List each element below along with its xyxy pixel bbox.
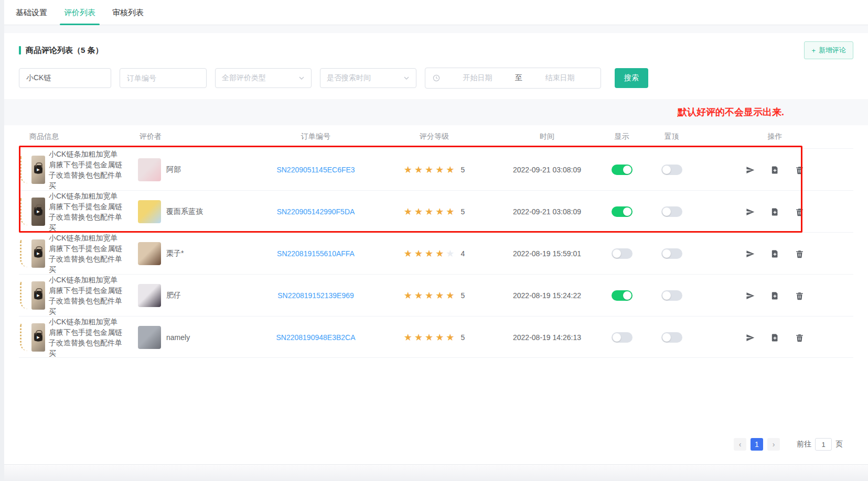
rating-cell: ★★★★★ 5 [371, 164, 497, 176]
pagination: ‹ 1 › 前往 页 [19, 434, 853, 464]
avatar [138, 326, 161, 349]
file-add-icon[interactable] [770, 333, 779, 342]
show-toggle[interactable] [612, 248, 633, 259]
file-add-icon[interactable] [770, 166, 779, 174]
filter-bar: 全部评价类型 是否搜索时间 开始日期 至 结束日期 搜索 [19, 68, 853, 89]
star-icon[interactable]: ★ [435, 165, 446, 175]
star-icon[interactable]: ★ [414, 332, 425, 343]
show-toggle[interactable] [612, 332, 633, 343]
order-number-link[interactable]: SN2209051145EC6FE3 [276, 166, 355, 174]
product-thumbnail: ▶ [31, 156, 45, 184]
star-icon[interactable]: ★ [404, 165, 414, 175]
prev-page-button[interactable]: ‹ [734, 438, 746, 451]
date-separator: 至 [515, 73, 522, 83]
page-1-button[interactable]: 1 [751, 438, 763, 451]
rating-number: 5 [460, 333, 465, 342]
top-toggle[interactable] [661, 290, 682, 301]
top-toggle[interactable] [661, 206, 682, 217]
tab-basic-settings[interactable]: 基础设置 [7, 2, 56, 25]
star-icon[interactable]: ★ [414, 206, 425, 217]
chevron-down-icon [403, 75, 410, 81]
star-icon[interactable]: ★ [425, 206, 435, 217]
table-row: ▶ 小CK链条加粗加宽单肩腋下包手提包金属链子改造替换包包配件单买 覆面系蓝孩 … [19, 190, 853, 232]
time-search-select[interactable]: 是否搜索时间 [320, 68, 416, 88]
star-icon[interactable]: ★ [404, 206, 414, 217]
star-icon[interactable]: ★ [446, 332, 456, 343]
star-icon[interactable]: ★ [435, 248, 446, 259]
col-header-time: 时间 [497, 132, 597, 141]
show-toggle[interactable] [612, 290, 633, 301]
send-icon[interactable] [746, 249, 755, 258]
search-button[interactable]: 搜索 [615, 68, 648, 88]
star-icon[interactable]: ★ [446, 206, 456, 217]
goto-page-input[interactable] [815, 438, 832, 451]
star-icon[interactable]: ★ [404, 332, 414, 343]
review-type-select[interactable]: 全部评价类型 [215, 68, 312, 88]
trash-icon[interactable] [795, 207, 804, 216]
review-table: 商品信息 评价者 订单编号 评分等级 时间 显示 置顶 操作 ▶ [4, 125, 868, 464]
star-rating: ★★★★★ [404, 248, 457, 259]
order-no-input[interactable] [120, 68, 207, 88]
top-toggle[interactable] [661, 332, 682, 343]
star-icon[interactable]: ★ [435, 206, 446, 217]
col-header-reviewer: 评价者 [129, 132, 260, 141]
footer-strip [4, 464, 868, 481]
star-icon[interactable]: ★ [425, 248, 435, 259]
product-title: 小CK链条加粗加宽单肩腋下包手提包金属链子改造替换包包配件单买 [49, 316, 125, 358]
trash-icon[interactable] [795, 249, 804, 258]
file-add-icon[interactable] [770, 291, 779, 300]
time-cell: 2022-09-21 03:08:09 [497, 166, 597, 174]
trash-icon[interactable] [795, 166, 804, 174]
star-icon[interactable]: ★ [414, 290, 425, 301]
table-row: ▶ 小CK链条加粗加宽单肩腋下包手提包金属链子改造替换包包配件单买 阿部 SN2… [19, 148, 853, 190]
send-icon[interactable] [746, 291, 755, 300]
product-thumbnail: ▶ [31, 281, 45, 310]
star-icon[interactable]: ★ [446, 248, 456, 259]
top-toggle[interactable] [661, 165, 682, 175]
rating-number: 5 [460, 166, 465, 174]
star-icon[interactable]: ★ [404, 248, 414, 259]
play-icon: ▶ [34, 333, 42, 342]
avatar [138, 158, 161, 181]
chevron-down-icon [298, 75, 305, 81]
order-number-link[interactable]: SN220905142990F5DA [277, 207, 355, 216]
send-icon[interactable] [746, 166, 755, 174]
chain-product-image [20, 282, 28, 309]
top-toggle[interactable] [661, 248, 682, 259]
star-rating: ★★★★★ [404, 290, 457, 301]
page-unit-label: 页 [835, 440, 843, 449]
order-number-link[interactable]: SN2208190948E3B2CA [276, 333, 355, 342]
col-header-product: 商品信息 [19, 132, 129, 141]
order-number-link[interactable]: SN220819155610AFFA [277, 249, 355, 258]
top-tabbar: 基础设置 评价列表 审核列表 [4, 0, 868, 25]
file-add-icon[interactable] [770, 249, 779, 258]
star-icon[interactable]: ★ [425, 165, 435, 175]
trash-icon[interactable] [795, 291, 804, 300]
next-page-button[interactable]: › [767, 438, 780, 451]
order-number-link[interactable]: SN220819152139E969 [277, 291, 354, 300]
star-icon[interactable]: ★ [435, 332, 446, 343]
star-icon[interactable]: ★ [425, 332, 435, 343]
show-toggle[interactable] [612, 206, 633, 217]
send-icon[interactable] [746, 207, 755, 216]
star-icon[interactable]: ★ [446, 165, 456, 175]
show-toggle[interactable] [612, 165, 633, 175]
section-title-text: 商品评论列表（5 条） [26, 46, 103, 56]
star-icon[interactable]: ★ [404, 290, 414, 301]
star-icon[interactable]: ★ [425, 290, 435, 301]
tab-audit-list[interactable]: 审核列表 [104, 2, 152, 25]
send-icon[interactable] [746, 333, 755, 342]
add-review-button[interactable]: + 新增评论 [804, 41, 853, 59]
file-add-icon[interactable] [770, 207, 779, 216]
trash-icon[interactable] [795, 333, 804, 342]
star-icon[interactable]: ★ [414, 165, 425, 175]
star-icon[interactable]: ★ [414, 248, 425, 259]
tab-review-list[interactable]: 评价列表 [56, 2, 104, 25]
time-cell: 2022-08-19 14:26:13 [497, 333, 597, 342]
col-header-rating: 评分等级 [371, 132, 497, 141]
date-range-picker[interactable]: 开始日期 至 结束日期 [425, 68, 601, 89]
play-icon: ▶ [34, 207, 42, 216]
keyword-input[interactable] [19, 68, 111, 88]
star-icon[interactable]: ★ [435, 290, 446, 301]
star-icon[interactable]: ★ [446, 290, 456, 301]
